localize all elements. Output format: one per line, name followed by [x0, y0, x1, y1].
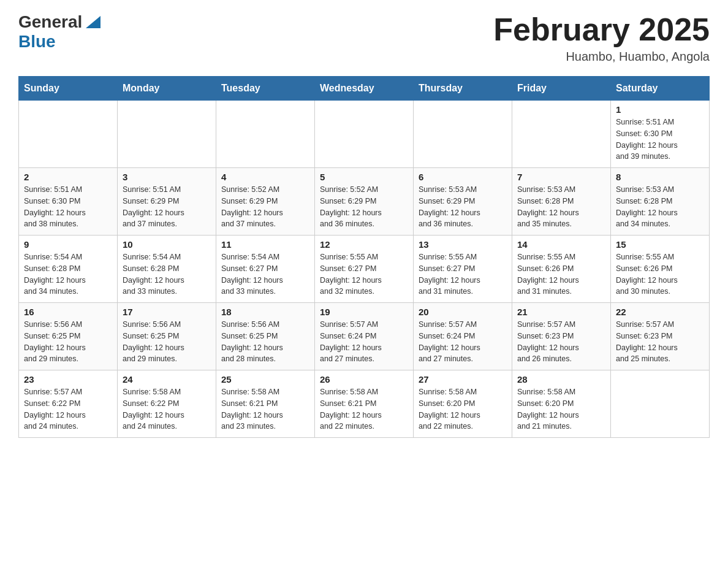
day-info: Sunrise: 5:51 AMSunset: 6:30 PMDaylight:…	[24, 184, 112, 230]
day-number: 17	[123, 307, 211, 317]
day-number: 15	[616, 239, 704, 250]
calendar-cell: 24Sunrise: 5:58 AMSunset: 6:22 PMDayligh…	[118, 370, 216, 438]
weekday-header-row: SundayMondayTuesdayWednesdayThursdayFrid…	[19, 77, 710, 101]
calendar-cell: 12Sunrise: 5:55 AMSunset: 6:27 PMDayligh…	[315, 236, 414, 303]
calendar-week-3: 9Sunrise: 5:54 AMSunset: 6:28 PMDaylight…	[19, 236, 710, 303]
day-number: 20	[419, 307, 507, 317]
calendar-title: February 2025	[493, 12, 710, 47]
day-info: Sunrise: 5:56 AMSunset: 6:25 PMDaylight:…	[24, 319, 112, 365]
calendar-cell	[611, 370, 710, 438]
calendar-cell	[118, 101, 216, 168]
calendar-week-5: 23Sunrise: 5:57 AMSunset: 6:22 PMDayligh…	[19, 370, 710, 438]
calendar-cell	[216, 101, 315, 168]
calendar-cell	[414, 101, 512, 168]
calendar-cell	[19, 101, 118, 168]
day-number: 26	[320, 374, 408, 385]
day-info: Sunrise: 5:52 AMSunset: 6:29 PMDaylight:…	[221, 184, 309, 230]
day-number: 6	[419, 172, 507, 182]
day-number: 13	[419, 239, 507, 250]
page-header: General Blue February 2025 Huambo, Huamb…	[18, 12, 710, 64]
calendar-cell: 28Sunrise: 5:58 AMSunset: 6:20 PMDayligh…	[512, 370, 611, 438]
day-info: Sunrise: 5:51 AMSunset: 6:29 PMDaylight:…	[123, 184, 211, 230]
calendar-cell: 21Sunrise: 5:57 AMSunset: 6:23 PMDayligh…	[512, 303, 611, 370]
day-info: Sunrise: 5:53 AMSunset: 6:29 PMDaylight:…	[419, 184, 507, 230]
day-number: 4	[221, 172, 309, 182]
calendar-cell: 9Sunrise: 5:54 AMSunset: 6:28 PMDaylight…	[19, 236, 118, 303]
day-info: Sunrise: 5:57 AMSunset: 6:23 PMDaylight:…	[517, 319, 605, 365]
calendar-cell	[512, 101, 611, 168]
calendar-cell: 22Sunrise: 5:57 AMSunset: 6:23 PMDayligh…	[611, 303, 710, 370]
day-number: 5	[320, 172, 408, 182]
calendar-cell: 16Sunrise: 5:56 AMSunset: 6:25 PMDayligh…	[19, 303, 118, 370]
day-number: 22	[616, 307, 704, 317]
calendar-cell: 19Sunrise: 5:57 AMSunset: 6:24 PMDayligh…	[315, 303, 414, 370]
calendar-cell: 18Sunrise: 5:56 AMSunset: 6:25 PMDayligh…	[216, 303, 315, 370]
svg-marker-0	[86, 16, 100, 28]
calendar-cell: 3Sunrise: 5:51 AMSunset: 6:29 PMDaylight…	[118, 168, 216, 236]
day-info: Sunrise: 5:58 AMSunset: 6:20 PMDaylight:…	[419, 386, 507, 432]
calendar-cell: 13Sunrise: 5:55 AMSunset: 6:27 PMDayligh…	[414, 236, 512, 303]
calendar-cell: 7Sunrise: 5:53 AMSunset: 6:28 PMDaylight…	[512, 168, 611, 236]
day-info: Sunrise: 5:52 AMSunset: 6:29 PMDaylight:…	[320, 184, 408, 230]
day-number: 9	[24, 239, 112, 250]
day-info: Sunrise: 5:56 AMSunset: 6:25 PMDaylight:…	[221, 319, 309, 365]
day-info: Sunrise: 5:54 AMSunset: 6:28 PMDaylight:…	[24, 251, 112, 297]
day-number: 25	[221, 374, 309, 385]
calendar-cell: 17Sunrise: 5:56 AMSunset: 6:25 PMDayligh…	[118, 303, 216, 370]
calendar-week-4: 16Sunrise: 5:56 AMSunset: 6:25 PMDayligh…	[19, 303, 710, 370]
calendar-cell: 23Sunrise: 5:57 AMSunset: 6:22 PMDayligh…	[19, 370, 118, 438]
calendar-cell: 14Sunrise: 5:55 AMSunset: 6:26 PMDayligh…	[512, 236, 611, 303]
day-number: 11	[221, 239, 309, 250]
day-number: 19	[320, 307, 408, 317]
title-section: February 2025 Huambo, Huambo, Angola	[493, 12, 710, 64]
calendar-week-2: 2Sunrise: 5:51 AMSunset: 6:30 PMDaylight…	[19, 168, 710, 236]
logo-blue-text: Blue	[18, 32, 56, 51]
day-number: 24	[123, 374, 211, 385]
calendar-cell: 20Sunrise: 5:57 AMSunset: 6:24 PMDayligh…	[414, 303, 512, 370]
day-info: Sunrise: 5:58 AMSunset: 6:20 PMDaylight:…	[517, 386, 605, 432]
day-info: Sunrise: 5:58 AMSunset: 6:22 PMDaylight:…	[123, 386, 211, 432]
day-info: Sunrise: 5:53 AMSunset: 6:28 PMDaylight:…	[616, 184, 704, 230]
calendar-cell: 26Sunrise: 5:58 AMSunset: 6:21 PMDayligh…	[315, 370, 414, 438]
weekday-header-tuesday: Tuesday	[216, 77, 315, 101]
day-info: Sunrise: 5:53 AMSunset: 6:28 PMDaylight:…	[517, 184, 605, 230]
day-number: 8	[616, 172, 704, 182]
day-number: 12	[320, 239, 408, 250]
calendar-subtitle: Huambo, Huambo, Angola	[493, 50, 710, 64]
day-number: 28	[517, 374, 605, 385]
day-number: 10	[123, 239, 211, 250]
calendar-week-1: 1Sunrise: 5:51 AMSunset: 6:30 PMDaylight…	[19, 101, 710, 168]
weekday-header-monday: Monday	[118, 77, 216, 101]
day-info: Sunrise: 5:54 AMSunset: 6:27 PMDaylight:…	[221, 251, 309, 297]
day-info: Sunrise: 5:58 AMSunset: 6:21 PMDaylight:…	[221, 386, 309, 432]
calendar-table: SundayMondayTuesdayWednesdayThursdayFrid…	[18, 76, 710, 438]
day-info: Sunrise: 5:51 AMSunset: 6:30 PMDaylight:…	[616, 117, 704, 163]
calendar-cell	[315, 101, 414, 168]
day-number: 14	[517, 239, 605, 250]
calendar-cell: 11Sunrise: 5:54 AMSunset: 6:27 PMDayligh…	[216, 236, 315, 303]
calendar-cell: 27Sunrise: 5:58 AMSunset: 6:20 PMDayligh…	[414, 370, 512, 438]
day-info: Sunrise: 5:56 AMSunset: 6:25 PMDaylight:…	[123, 319, 211, 365]
logo-general-text: General	[18, 12, 82, 32]
calendar-cell: 1Sunrise: 5:51 AMSunset: 6:30 PMDaylight…	[611, 101, 710, 168]
day-info: Sunrise: 5:55 AMSunset: 6:27 PMDaylight:…	[419, 251, 507, 297]
day-number: 27	[419, 374, 507, 385]
day-info: Sunrise: 5:57 AMSunset: 6:22 PMDaylight:…	[24, 386, 112, 432]
weekday-header-thursday: Thursday	[414, 77, 512, 101]
day-number: 2	[24, 172, 112, 182]
weekday-header-saturday: Saturday	[611, 77, 710, 101]
day-info: Sunrise: 5:57 AMSunset: 6:24 PMDaylight:…	[320, 319, 408, 365]
day-number: 16	[24, 307, 112, 317]
day-number: 7	[517, 172, 605, 182]
day-number: 3	[123, 172, 211, 182]
calendar-cell: 8Sunrise: 5:53 AMSunset: 6:28 PMDaylight…	[611, 168, 710, 236]
calendar-cell: 15Sunrise: 5:55 AMSunset: 6:26 PMDayligh…	[611, 236, 710, 303]
day-info: Sunrise: 5:54 AMSunset: 6:28 PMDaylight:…	[123, 251, 211, 297]
day-info: Sunrise: 5:55 AMSunset: 6:26 PMDaylight:…	[616, 251, 704, 297]
calendar-cell: 2Sunrise: 5:51 AMSunset: 6:30 PMDaylight…	[19, 168, 118, 236]
calendar-cell: 4Sunrise: 5:52 AMSunset: 6:29 PMDaylight…	[216, 168, 315, 236]
day-info: Sunrise: 5:57 AMSunset: 6:24 PMDaylight:…	[419, 319, 507, 365]
weekday-header-sunday: Sunday	[19, 77, 118, 101]
logo-triangle-icon	[83, 13, 100, 31]
day-number: 18	[221, 307, 309, 317]
